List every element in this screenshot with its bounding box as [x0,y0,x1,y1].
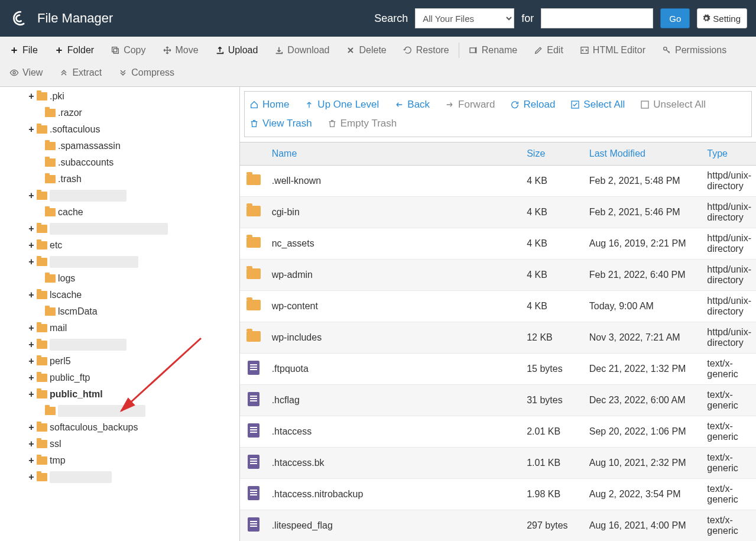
expand-toggle[interactable]: + [27,389,35,400]
tree-item[interactable]: +ssl [0,436,239,452]
col-name[interactable]: Name [267,142,523,166]
expand-toggle[interactable]: + [27,290,35,300]
table-row[interactable]: .ftpquota15 bytesDec 21, 2022, 1:32 PMte… [240,354,756,385]
tree-item[interactable]: + [0,469,239,485]
redacted-label [58,405,145,417]
expand-toggle[interactable]: + [27,323,35,333]
table-row[interactable]: .htaccess.nitrobackup1.98 KBAug 2, 2022,… [240,479,756,510]
rename-icon [469,46,478,55]
col-type[interactable]: Type [702,142,756,166]
search-scope-select[interactable]: All Your Files [415,8,514,28]
search-input[interactable] [541,8,653,28]
table-row[interactable]: .hcflag31 bytesDec 23, 2022, 6:00 AMtext… [240,385,756,416]
tree-item[interactable]: + [0,336,239,353]
tree-item[interactable]: +.trash [0,171,239,187]
folder-label: .subaccounts [58,157,113,168]
expand-toggle[interactable]: + [27,91,35,102]
tree-item[interactable]: +public_ftp [0,370,239,386]
col-size[interactable]: Size [522,142,585,166]
table-row[interactable]: wp-admin4 KBFeb 21, 2022, 6:40 PMhttpd/u… [240,260,756,291]
cpanel-logo-icon [9,8,30,29]
edit-icon [534,46,543,55]
tree-item[interactable]: +etc [0,237,239,254]
tree-item[interactable]: + [0,403,239,419]
tree-item[interactable]: +cache [0,204,239,221]
file-name: nc_assets [267,228,523,260]
expand-toggle[interactable]: + [27,223,35,234]
folder-icon [37,258,47,266]
table-row[interactable]: cgi-bin4 KBFeb 2, 2021, 5:46 PMhttpd/uni… [240,197,756,228]
tree-item[interactable]: +lscache [0,287,239,303]
back-button[interactable]: Back [393,96,431,113]
tree-item[interactable]: + [0,254,239,270]
selectall-button[interactable]: Select All [569,96,626,113]
up-icon [304,100,314,109]
expand-toggle[interactable]: + [27,439,35,449]
tree-item[interactable]: +softaculous_backups [0,419,239,436]
folder-icon [45,142,56,150]
table-row[interactable]: wp-content4 KBToday, 9:00 AMhttpd/unix-d… [240,291,756,322]
folder-icon [246,268,261,279]
tree-item[interactable]: +perl5 [0,353,239,370]
expand-toggle[interactable]: + [27,455,35,466]
expand-toggle[interactable]: + [27,339,35,350]
col-modified[interactable]: Last Modified [585,142,703,166]
tree-item[interactable]: +mail [0,320,239,336]
tree-item[interactable]: +.subaccounts [0,154,239,171]
file-size: 4 KB [522,166,585,197]
folder-icon [37,125,47,134]
svg-rect-0 [113,48,118,53]
reload-icon [510,100,520,109]
tree-item[interactable]: +logs [0,270,239,287]
tree-item[interactable]: +.softaculous [0,121,239,138]
table-row[interactable]: .htaccess.bk1.01 KBAug 10, 2021, 2:32 PM… [240,448,756,479]
svg-point-5 [13,72,15,74]
table-row[interactable]: .htaccess2.01 KBSep 20, 2022, 1:06 PMtex… [240,416,756,448]
tree-item[interactable]: +.spamassassin [0,138,239,154]
folder-label: lscmData [58,306,98,317]
tree-item[interactable]: +.pki [0,88,239,105]
file-table-scroll[interactable]: Name Size Last Modified Type .well-known… [240,142,756,541]
viewtrash-button[interactable]: View Trash [248,115,313,132]
expand-toggle[interactable]: + [27,372,35,383]
expand-toggle[interactable]: + [27,257,35,267]
folder-icon [45,175,56,183]
home-button[interactable]: Home [248,96,290,113]
file-button[interactable]: File [1,39,46,61]
folder-label: cache [58,207,83,218]
folder-icon [37,473,47,481]
expand-toggle[interactable]: + [27,190,35,201]
expand-toggle[interactable]: + [27,472,35,482]
table-row[interactable]: .well-known4 KBFeb 2, 2021, 5:48 PMhttpd… [240,166,756,197]
upload-button[interactable]: Upload [207,39,267,61]
file-size: 4 KB [522,197,585,228]
file-type: text/x-generic [702,385,756,416]
folder-tree-pane[interactable]: +.pki+.razor+.softaculous+.spamassassin+… [0,87,239,541]
expand-toggle[interactable]: + [27,240,35,251]
folder-icon [246,174,261,185]
search-area: Search All Your Files for Go Setting [374,8,747,28]
reload-button[interactable]: Reload [509,96,556,113]
go-button[interactable]: Go [660,8,690,28]
table-row[interactable]: wp-includes12 KBNov 3, 2022, 7:21 AMhttp… [240,322,756,354]
expand-toggle[interactable]: + [27,356,35,367]
tree-item[interactable]: +.razor [0,105,239,121]
expand-toggle[interactable]: + [27,124,35,135]
tree-item[interactable]: +lscmData [0,303,239,320]
settings-button[interactable]: Setting [697,8,747,28]
edit-button: Edit [525,39,572,61]
expand-toggle[interactable]: + [27,422,35,433]
table-row[interactable]: .litespeed_flag297 bytesAug 16, 2021, 4:… [240,510,756,542]
tree-item[interactable]: + [0,187,239,204]
file-icon [248,361,259,375]
folder-label: .spamassassin [58,141,121,151]
download-icon [274,46,284,55]
table-row[interactable]: nc_assets4 KBAug 16, 2019, 2:21 PMhttpd/… [240,228,756,260]
tree-item[interactable]: +public_html [0,386,239,403]
file-modified: Aug 16, 2019, 2:21 PM [585,228,703,260]
tree-item[interactable]: +tmp [0,452,239,469]
folder-label: .razor [58,108,82,118]
tree-item[interactable]: + [0,221,239,237]
folder-button[interactable]: Folder [46,39,102,61]
up-button[interactable]: Up One Level [303,96,380,113]
